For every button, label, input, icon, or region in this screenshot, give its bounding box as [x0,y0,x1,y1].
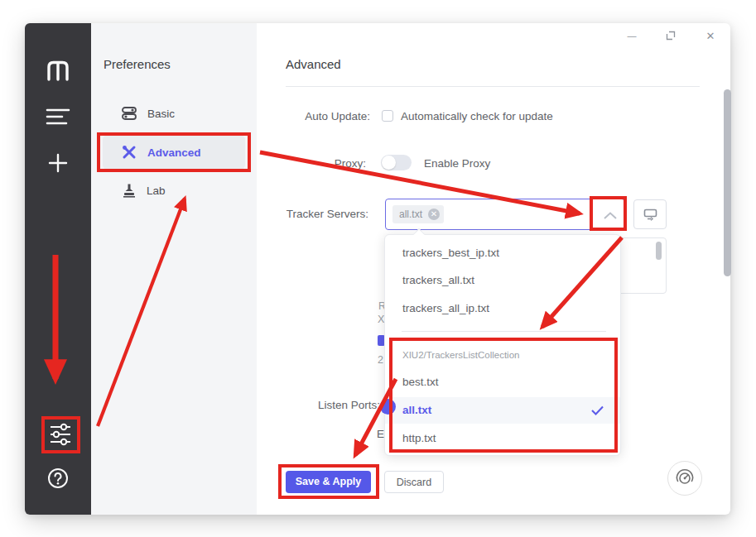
minimize-button[interactable]: — [621,26,643,45]
toggle-knob [382,156,396,170]
textarea-scrollbar[interactable] [656,242,662,260]
annotation-box-advanced-item [97,132,251,172]
hidden-text-fragment: E [377,428,384,440]
screenshot-canvas: — ✕ Preferences Ba [0,0,756,537]
sidebar-item-basic[interactable]: Basic [122,106,175,121]
minimize-icon: — [628,31,637,41]
listen-ports-label: Listen Ports: [281,399,380,411]
tag-label: all.txt [399,209,422,220]
sync-tracker-button[interactable] [633,199,667,229]
dropdown-option[interactable]: trackers_all_ip.txt [385,295,620,322]
sidebar-item-label: Lab [147,185,166,197]
speedometer-icon [674,467,696,489]
dropdown-option[interactable]: trackers_all.txt [385,267,620,294]
annotation-box-settings-icon [41,416,80,453]
dropdown-option[interactable]: trackers_best_ip.txt [385,240,620,266]
sidebar-item-label: Basic [147,108,175,120]
motrix-logo-icon [46,60,70,81]
title-divider [286,86,700,87]
tag-close-icon[interactable]: ✕ [428,209,440,220]
window-scrollbar[interactable] [724,89,731,276]
sync-icon [643,209,657,221]
preferences-panel [91,23,257,515]
selected-tracker-tag: all.txt ✕ [392,205,444,223]
maximize-icon [666,31,676,41]
proxy-label: Proxy: [273,157,366,170]
lab-stamp-icon [123,183,136,198]
task-list-icon[interactable] [46,107,70,127]
maximize-button[interactable] [660,26,681,45]
preferences-title: Preferences [104,57,171,71]
annotation-box-chevron [590,196,627,231]
tracker-servers-label: Tracker Servers: [269,208,368,220]
annotation-box-save-button [278,464,379,499]
discard-button[interactable]: Discard [384,471,444,493]
page-title: Advanced [286,57,341,71]
dropdown-divider [402,331,606,332]
auto-update-checkbox[interactable] [382,110,393,122]
sidebar-item-lab[interactable]: Lab [123,183,166,198]
close-icon: ✕ [706,30,715,42]
close-button[interactable]: ✕ [700,26,721,45]
auto-update-option-label[interactable]: Automatically check for update [401,110,553,122]
add-task-icon[interactable] [48,153,68,173]
enable-proxy-label: Enable Proxy [424,157,490,170]
speed-limit-button[interactable] [667,461,702,496]
hidden-text-fragment: 2 [378,354,383,366]
auto-update-label: Auto Update: [273,110,370,122]
help-icon[interactable] [47,467,69,489]
basic-toggles-icon [122,106,137,121]
annotation-box-dropdown-group [389,338,618,453]
proxy-toggle[interactable] [381,155,412,170]
